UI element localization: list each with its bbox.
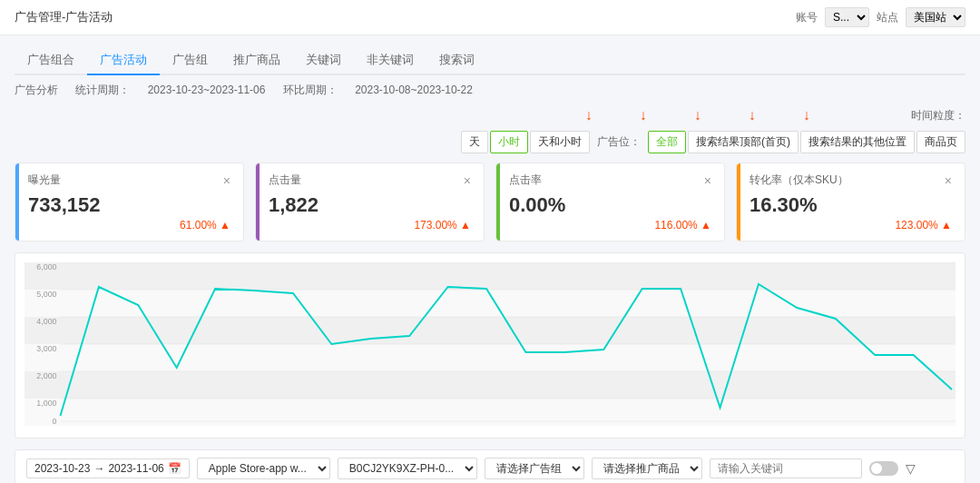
metric-ctr: 点击率 × 0.00% 116.00% ▲ [495,163,725,242]
compare-period: 2023-10-08~2023-10-22 [355,84,473,96]
clicks-change: 173.00% ▲ [269,219,471,232]
tab-promoted-product[interactable]: 推广商品 [220,46,293,75]
ctr-arrow-icon: ▲ [701,219,711,232]
filter-icon[interactable]: ▽ [906,461,916,476]
chart-area: 6,000 5,000 4,000 3,000 2,000 1,000 0 00… [15,252,965,439]
impressions-arrow-icon: ▲ [220,219,230,232]
svg-text:13: 13 [560,425,568,426]
ctr-change: 116.00% ▲ [509,219,711,232]
site-label: 站点 [877,10,898,25]
ad-group-filter-select[interactable]: 请选择广告组 [485,458,584,479]
clicks-title: 点击量 [269,172,301,188]
keyword-input[interactable] [710,458,862,478]
ad-group-select[interactable]: B0CJ2YK9XZ-PH-0... [338,458,477,479]
clicks-header: 点击量 × [269,172,471,188]
svg-text:18: 18 [755,425,763,426]
position-btn-group: 全部 搜索结果顶部(首页) 搜索结果的其他位置 商品页 [648,131,965,153]
header: 广告管理-广告活动 账号 S... 站点 美国站 [0,0,980,35]
ctr-header: 点击率 × [509,172,711,188]
svg-text:14: 14 [600,425,608,426]
ctr-title: 点击率 [509,172,542,188]
card-bar-conversion [737,163,740,241]
svg-text:01: 01 [94,425,103,426]
conversion-change: 123.00% ▲ [750,219,952,232]
time-day-btn[interactable]: 天 [461,131,488,153]
conversion-arrow-icon: ▲ [941,219,952,232]
svg-text:17: 17 [716,425,724,426]
svg-rect-3 [24,371,956,399]
account-select[interactable]: S... [825,7,869,27]
svg-text:23: 23 [948,425,956,426]
svg-rect-2 [24,317,956,344]
svg-text:12: 12 [522,425,530,426]
tab-ad-group[interactable]: 广告组合 [15,46,87,75]
card-bar-clicks [256,163,260,241]
svg-text:1,000: 1,000 [36,399,56,408]
tab-search-term[interactable]: 搜索词 [426,46,487,75]
pos-all-btn[interactable]: 全部 [648,131,686,153]
metric-cards: 曝光量 × 733,152 61.00% ▲ 点击量 × 1,822 173.0… [15,163,965,242]
svg-text:16: 16 [677,425,685,426]
ctr-close[interactable]: × [704,173,711,188]
svg-text:20: 20 [831,425,839,426]
svg-text:3,000: 3,000 [36,344,56,353]
metric-clicks: 点击量 × 1,822 173.00% ▲ [255,163,485,242]
pos-top-btn[interactable]: 搜索结果顶部(首页) [688,131,799,153]
analysis-label: 广告分析 [15,84,58,96]
filter-date-range[interactable]: 2023-10-23 → 2023-11-06 📅 [26,458,190,478]
tab-ad-activity[interactable]: 广告活动 [87,46,160,75]
product-select[interactable]: 请选择推广商品 [592,458,702,479]
svg-text:15: 15 [638,425,646,426]
campaign-select[interactable]: Apple Store-app w... [197,458,330,479]
arrow-product: ↓ [803,107,810,123]
main-content: 广告组合 广告活动 广告组 推广商品 关键词 非关键词 搜索词 广告分析 统计周… [0,35,980,483]
date-info-row: 广告分析 统计周期： 2023-10-23~2023-11-06 环比周期： 2… [15,83,965,98]
clicks-close[interactable]: × [464,173,471,188]
compare-label: 环比周期： [283,84,338,96]
tab-bar: 广告组合 广告活动 广告组 推广商品 关键词 非关键词 搜索词 [15,46,965,75]
pos-product-btn[interactable]: 商品页 [916,131,965,153]
clicks-arrow-icon: ▲ [460,219,471,232]
svg-text:21: 21 [871,425,879,426]
svg-text:00: 00 [56,425,64,426]
svg-text:07: 07 [328,425,336,426]
arrow-all: ↓ [640,107,647,123]
svg-text:5,000: 5,000 [36,290,56,299]
conversion-title: 转化率（仅本SKU） [750,172,848,188]
clicks-value: 1,822 [269,193,471,217]
impressions-change: 61.00% ▲ [28,219,230,232]
card-bar-ctr [496,163,500,241]
time-label: 时间粒度： [911,108,965,123]
stat-period: 2023-10-23~2023-11-06 [148,84,266,96]
conversion-close[interactable]: × [945,173,952,188]
position-label: 广告位： [597,134,641,150]
card-bar-impressions [15,163,19,241]
time-day-hour-btn[interactable]: 天和小时 [530,131,590,153]
svg-text:08: 08 [367,425,375,426]
pos-rest-btn[interactable]: 搜索结果的其他位置 [800,131,915,153]
arrow-top: ↓ [694,107,701,123]
svg-text:19: 19 [793,425,801,426]
tab-non-keyword[interactable]: 非关键词 [354,46,426,75]
svg-text:4,000: 4,000 [36,317,56,326]
page-title: 广告管理-广告活动 [15,9,113,25]
tab-ad-set[interactable]: 广告组 [160,46,220,75]
svg-text:02: 02 [134,425,142,426]
time-hour-btn[interactable]: 小时 [490,131,528,153]
filter-bar: 2023-10-23 → 2023-11-06 📅 Apple Store-ap… [15,449,965,483]
impressions-title: 曝光量 [28,172,61,188]
conversion-value: 16.30% [750,193,952,217]
calendar-icon: 📅 [168,462,181,475]
stat-label: 统计周期： [75,84,130,96]
chart-svg: 6,000 5,000 4,000 3,000 2,000 1,000 0 00… [24,262,956,426]
toggle-switch[interactable] [869,461,898,476]
date-end: 2023-11-06 [108,462,163,475]
site-select[interactable]: 美国站 [906,7,965,27]
impressions-close[interactable]: × [223,173,230,188]
svg-rect-1 [24,262,956,290]
metric-conversion: 转化率（仅本SKU） × 16.30% 123.00% ▲ [736,163,965,242]
conversion-header: 转化率（仅本SKU） × [750,172,952,188]
tab-keyword[interactable]: 关键词 [293,46,354,75]
svg-text:2,000: 2,000 [36,371,56,380]
svg-text:04: 04 [211,425,220,426]
